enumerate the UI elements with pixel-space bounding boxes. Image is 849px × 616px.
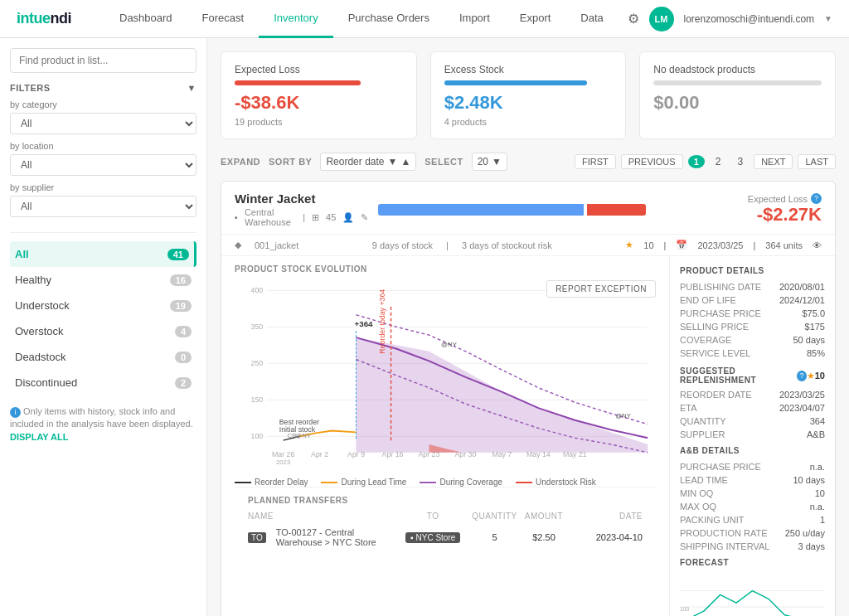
details-section: PRODUCT DETAILS PUBLISHING DATE 2020/08/… [669, 256, 835, 616]
filter-category: by category All [10, 99, 196, 134]
filters-label: FILTERS [10, 83, 51, 93]
svg-text:100: 100 [251, 432, 264, 440]
detail-publishing-date: PUBLISHING DATE 2020/08/01 [680, 282, 825, 292]
svg-text:350: 350 [251, 323, 264, 331]
filter-supplier-select[interactable]: All [10, 196, 196, 217]
svg-text:@NY: @NY [441, 341, 458, 348]
page-1-btn[interactable]: 1 [688, 155, 705, 168]
report-exception-btn[interactable]: REPORT EXCEPTION [546, 280, 656, 298]
filter-location-select[interactable]: All [10, 154, 196, 176]
nav-purchase-orders[interactable]: Purchase Orders [333, 0, 444, 38]
star-rating: 10 [643, 240, 653, 250]
chart-title: PRODUCT STOCK EVOLUTION [235, 264, 656, 274]
svg-text:250: 250 [251, 359, 264, 367]
svg-text:@NY: @NY [615, 412, 632, 420]
stock-bar-red [587, 204, 646, 216]
sidebar-overstock-label: Overstock [15, 325, 64, 337]
main-layout: FILTERS ▼ by category All by location Al… [0, 38, 849, 616]
expected-loss-label: Expected Loss ? [656, 193, 822, 204]
sidebar-item-overstock[interactable]: Overstock 4 [10, 318, 196, 344]
app-logo: intuendi [17, 10, 71, 27]
nav-dashboard[interactable]: Dashboard [104, 0, 187, 38]
filter-location: by location All [10, 141, 196, 176]
previous-page-btn[interactable]: PREVIOUS [621, 154, 683, 169]
calendar-icon: 📅 [676, 240, 687, 250]
page-3-btn[interactable]: 3 [731, 154, 749, 169]
ab-production-rate: PRODUCTION RATE 250 u/day [680, 528, 825, 538]
header-right: ⚙ LM lorenzomoschi@intuendi.com ▼ [628, 7, 833, 32]
sort-by-label: SORT BY [269, 157, 312, 167]
detail-selling-price: SELLING PRICE $175 [680, 322, 825, 332]
display-all-link[interactable]: DISPLAY ALL [10, 432, 69, 442]
search-input[interactable] [10, 48, 196, 73]
eye-icon[interactable]: 👁 [813, 240, 822, 250]
select-count[interactable]: 20 ▼ [472, 153, 507, 171]
during-coverage-label: During Coverage [439, 478, 502, 487]
toolbar: EXPAND SORT BY Reorder date ▼ ▲ SELECT 2… [221, 153, 836, 171]
nav-import[interactable]: Import [444, 0, 505, 38]
detail-coverage: COVERAGE 50 days [680, 335, 825, 345]
nav-inventory[interactable]: Inventory [259, 0, 332, 38]
svg-text:Best reorder: Best reorder [279, 418, 319, 426]
col-header-name: NAME [248, 512, 396, 521]
page-2-btn[interactable]: 2 [710, 154, 727, 169]
col-header-date: DATE [569, 512, 643, 521]
filter-category-select[interactable]: All [10, 113, 196, 134]
ab-min-oq: MIN OQ 10 [680, 488, 825, 498]
first-page-btn[interactable]: FIRST [575, 154, 616, 169]
info-icon: i [10, 407, 21, 418]
user-email[interactable]: lorenzomoschi@intuendi.com [684, 13, 815, 25]
replenishment-header: SUGGESTED REPLENISHMENT ? ★ 10 [680, 366, 825, 385]
detail-eta: ETA 2023/04/07 [680, 403, 825, 413]
expected-loss-info-icon[interactable]: ? [811, 193, 822, 204]
replenishment-info-icon[interactable]: ? [797, 371, 806, 381]
avatar[interactable]: LM [649, 7, 674, 32]
ab-shipping-interval-value: 3 days [798, 541, 825, 551]
detail-supplier-value: A&B [807, 429, 825, 439]
reorder-delay-label: Reorder Delay [255, 478, 308, 487]
sidebar-discontinued-label: Discontinued [15, 376, 77, 389]
winter-jacket-stock-bars [378, 204, 646, 216]
detail-publishing-date-label: PUBLISHING DATE [680, 282, 761, 292]
detail-end-of-life-label: END OF LIFE [680, 295, 736, 305]
sort-up-icon: ▲ [400, 156, 410, 167]
nav-export[interactable]: Export [505, 0, 566, 38]
metrics-row: Expected Loss -$38.6K 19 products Excess… [221, 51, 836, 139]
filter-location-label: by location [10, 141, 196, 151]
winter-jacket-sub-meta: ◆ 001_jacket 9 days of stock | 3 days of… [221, 235, 835, 256]
nav-forecast[interactable]: Forecast [187, 0, 260, 38]
sidebar-item-understock[interactable]: Understock 19 [10, 293, 196, 318]
winter-jacket-body: PRODUCT STOCK EVOLUTION REPORT EXCEPTION [221, 256, 835, 616]
detail-end-of-life: END OF LIFE 2024/12/01 [680, 295, 825, 305]
ab-purchase-price-label: PURCHASE PRICE [680, 462, 761, 472]
detail-supplier-label: SUPPLIER [680, 429, 725, 439]
last-page-btn[interactable]: LAST [798, 154, 836, 169]
forecast-title: FORECAST [680, 558, 825, 567]
col-header-qty: QUANTITY [470, 512, 520, 521]
sidebar-item-deadstock[interactable]: Deadstock 0 [10, 344, 196, 370]
winter-jacket-stats: ★ 10 | 📅 2023/03/25 | 364 units 👁 [625, 240, 822, 250]
sidebar-item-healthy[interactable]: Healthy 16 [10, 267, 196, 293]
ab-details-title: A&B DETAILS [680, 446, 825, 455]
svg-text:@NY: @NY [295, 432, 312, 439]
winter-jacket-people: 45 [326, 212, 336, 222]
sort-by-select[interactable]: Reorder date ▼ ▲ [320, 153, 416, 171]
detail-reorder-date-label: REORDER DATE [680, 390, 752, 400]
nav-data[interactable]: Data [565, 0, 618, 38]
next-page-btn[interactable]: NEXT [754, 154, 793, 169]
transfer-date-col: 2023-04-10 [569, 532, 643, 542]
sidebar-item-all[interactable]: All 41 [10, 241, 196, 267]
sidebar-healthy-label: Healthy [15, 274, 51, 286]
settings-icon[interactable]: ⚙ [628, 11, 639, 27]
detail-service-level-value: 85% [807, 348, 825, 358]
chart-legend: Reorder Delay During Lead Time During Co… [235, 478, 656, 487]
transfers-header: NAME TO QUANTITY AMOUNT DATE [248, 512, 643, 524]
winter-jacket-header: Winter Jacket ▪ Central Warehouse | ⊞ 45… [221, 182, 835, 235]
select-chevron-icon: ▼ [492, 156, 502, 167]
filter-supplier: by supplier All [10, 182, 196, 217]
sidebar-healthy-count: 16 [170, 274, 192, 286]
svg-text:Apr 2: Apr 2 [311, 450, 328, 458]
filter-supplier-label: by supplier [10, 182, 196, 192]
sidebar-item-discontinued[interactable]: Discontinued 2 [10, 370, 196, 395]
edit-icon[interactable]: ✎ [361, 212, 368, 223]
